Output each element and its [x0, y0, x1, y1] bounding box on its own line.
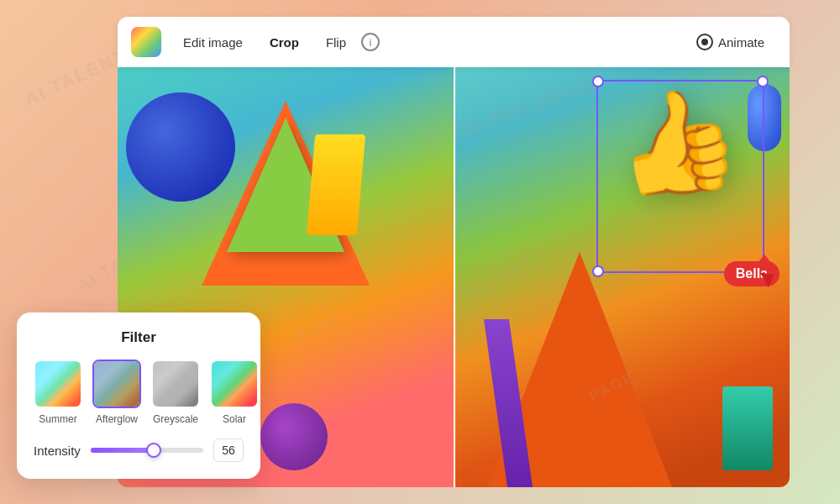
intensity-label: Intensity [34, 444, 81, 458]
filter-panel: Filter Summer Afterglow Greyscale Solar [17, 312, 260, 479]
intensity-track [91, 448, 203, 453]
cursor-arrow-icon [760, 267, 779, 287]
balloon-solar [212, 361, 257, 407]
handle-bottom-right[interactable] [757, 265, 769, 277]
filter-summer-img [34, 360, 82, 408]
balloon-summer [35, 361, 81, 407]
intensity-row: Intensity 56 [34, 438, 244, 462]
filter-solar-label: Solar [223, 413, 246, 425]
toolbar: Edit image Crop Flip i Animate [118, 17, 790, 67]
filter-solar[interactable]: Solar [210, 360, 259, 425]
intensity-slider[interactable] [91, 448, 203, 453]
filter-afterglow[interactable]: Afterglow [92, 360, 141, 425]
crop-button[interactable]: Crop [258, 29, 311, 56]
animate-icon [696, 34, 713, 50]
filter-solar-img [210, 360, 259, 408]
filter-greyscale-label: Greyscale [153, 413, 198, 425]
flip-button[interactable]: Flip [314, 29, 358, 56]
canvas-right: 👍 Bella [454, 67, 790, 487]
app-icon [131, 27, 161, 57]
canvas-split-line [454, 67, 455, 487]
filter-summer[interactable]: Summer [34, 360, 82, 425]
filter-greyscale-img [151, 360, 200, 408]
handle-top-left[interactable] [592, 76, 604, 87]
filter-summer-label: Summer [39, 413, 76, 425]
balloon-afterglow [94, 361, 139, 407]
intensity-thumb[interactable] [146, 443, 161, 458]
intensity-value: 56 [213, 438, 244, 462]
filter-afterglow-img [92, 360, 141, 408]
bella-cursor-label: Bella [724, 261, 780, 286]
animate-button[interactable]: Animate [685, 27, 776, 57]
filter-title: Filter [34, 329, 244, 346]
right-blue-cyl [748, 84, 781, 151]
yellow-rect-shape [307, 134, 365, 235]
edit-image-button[interactable]: Edit image [171, 29, 255, 56]
balloon-greyscale [153, 361, 198, 407]
animate-label: Animate [718, 35, 764, 50]
filter-thumbnails: Summer Afterglow Greyscale Solar [34, 360, 244, 425]
info-icon[interactable]: i [361, 33, 380, 51]
right-teal-shape [722, 386, 773, 470]
filter-greyscale[interactable]: Greyscale [151, 360, 200, 425]
intensity-fill [91, 448, 154, 453]
purple-sphere-shape [260, 403, 328, 470]
filter-afterglow-label: Afterglow [96, 413, 138, 425]
thumbs-up-emoji: 👍 [604, 74, 748, 213]
